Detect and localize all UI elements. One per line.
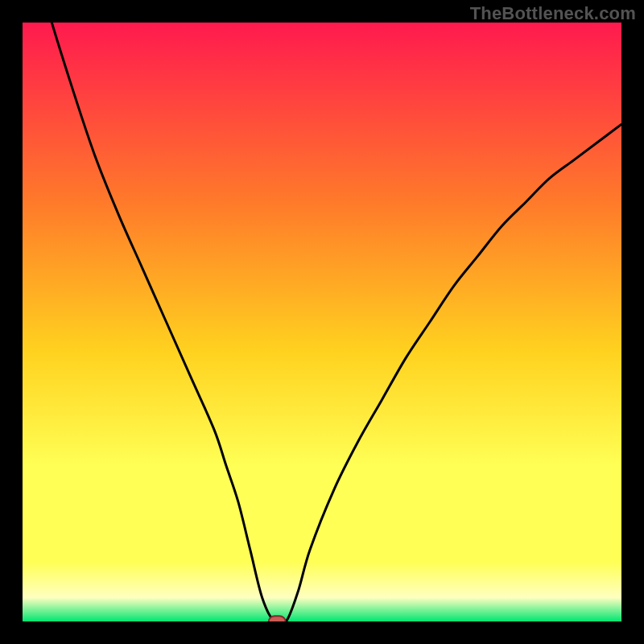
bottleneck-chart: [23, 23, 621, 621]
gradient-background: [23, 23, 621, 621]
watermark-text: TheBottleneck.com: [470, 3, 636, 24]
chart-frame: TheBottleneck.com: [0, 0, 644, 644]
optimum-marker: [269, 616, 286, 621]
